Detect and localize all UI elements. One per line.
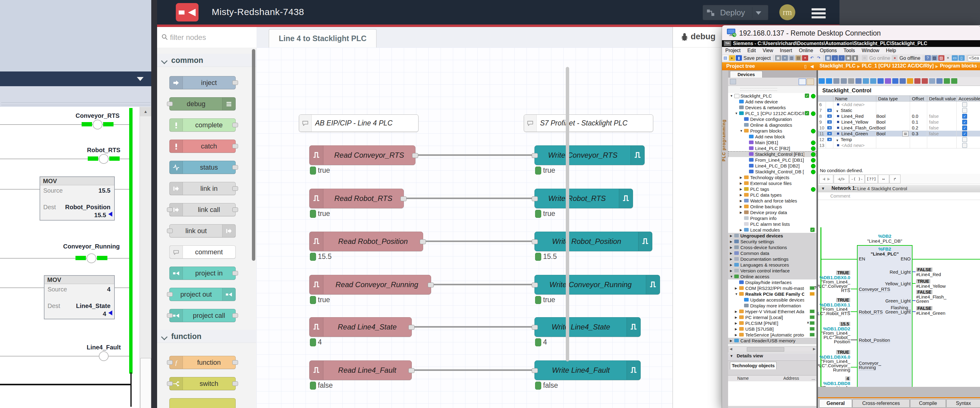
- write-node[interactable]: Write Robot_Position: [535, 232, 652, 251]
- editor-toolbar-icon[interactable]: [929, 78, 935, 84]
- write-node[interactable]: Write Line4_State: [535, 317, 641, 337]
- editor-toolbar-icon[interactable]: [936, 78, 943, 84]
- input-port[interactable]: [167, 381, 173, 386]
- tree-item[interactable]: ▶Online backups: [728, 204, 816, 210]
- menu-online[interactable]: Online: [799, 48, 813, 53]
- palette-node-link-call[interactable]: link call: [169, 203, 235, 216]
- editor-toolbar-icon[interactable]: [914, 78, 921, 84]
- tree-item[interactable]: ▶Documentation settings: [728, 256, 816, 262]
- wire[interactable]: [423, 241, 535, 242]
- output-port[interactable]: [232, 313, 238, 318]
- start-cpu-icon[interactable]: ▣: [845, 55, 851, 61]
- tree-item[interactable]: Line4_PLC_DB [DB2]: [728, 163, 816, 169]
- editor-toolbar-icon[interactable]: [848, 78, 854, 84]
- lad-instruction-button[interactable]: ⊣ ⊢: [819, 175, 833, 183]
- compile-icon[interactable]: ▦: [825, 55, 831, 61]
- editor-toolbar-icon[interactable]: [944, 78, 950, 84]
- read-node[interactable]: Read Line4_Fault: [309, 360, 412, 380]
- write-node[interactable]: Write Conveyor_Running: [535, 275, 660, 294]
- read-node[interactable]: Read Line4_State: [309, 317, 412, 337]
- collapsed-arrow-icon[interactable]: ▶: [735, 287, 737, 290]
- palette-node-link-out[interactable]: link out: [169, 224, 235, 237]
- checkbox[interactable]: [962, 108, 967, 113]
- menu-options[interactable]: Options: [820, 48, 837, 53]
- read-node[interactable]: Read Conveyor_RTS: [309, 145, 415, 165]
- tree-item[interactable]: ▼PLC_1 [CPU 1212C AC/DC/Rly]✓: [728, 110, 816, 117]
- inspector-tab-syntax[interactable]: Syntax: [946, 399, 980, 408]
- editor-toolbar-icon[interactable]: [863, 78, 869, 84]
- network-comment[interactable]: Comment: [818, 192, 980, 200]
- expanded-arrow-icon[interactable]: ▼: [730, 275, 733, 278]
- palette-node-comment[interactable]: comment: [169, 245, 235, 259]
- tree-item[interactable]: ▶Version control interface: [728, 268, 816, 274]
- read-node[interactable]: Read Conveyor_Running: [309, 275, 431, 294]
- ladder-canvas[interactable]: Conveyor_RTSRobot_RTSMOVSource15.5DestRo…: [0, 107, 140, 408]
- tree-item[interactable]: ▼Stacklight_PLC✓: [728, 93, 816, 99]
- tree-item[interactable]: From_Line4_PLC [DB1]: [728, 157, 816, 163]
- rdp-titlebar[interactable]: 192.168.0.137 - Remote Desktop Connectio…: [722, 25, 980, 40]
- download-icon[interactable]: ↓: [832, 55, 838, 61]
- datatype-picker-icon[interactable]: ▤: [902, 131, 908, 137]
- editor-toolbar-icon[interactable]: [841, 78, 847, 84]
- output-port[interactable]: [232, 381, 238, 386]
- input-port[interactable]: [167, 360, 173, 365]
- palette-node-switch[interactable]: switch: [169, 377, 235, 390]
- tree-item[interactable]: ▶Security settings: [728, 239, 816, 245]
- collapsed-arrow-icon[interactable]: ▶: [740, 193, 742, 197]
- input-port[interactable]: [167, 207, 173, 212]
- editor-toolbar-icon[interactable]: [900, 78, 906, 84]
- collapsed-arrow-icon[interactable]: ▶: [730, 263, 732, 267]
- collapsed-arrow-icon[interactable]: ▶: [730, 234, 732, 237]
- palette-node-project-in[interactable]: project in: [169, 267, 235, 280]
- input-port[interactable]: [532, 325, 538, 330]
- inspector-tab-cross-references[interactable]: Cross-references: [852, 399, 910, 408]
- tree-tool-icon[interactable]: [730, 79, 736, 84]
- save-project-button[interactable]: Save project: [743, 56, 771, 61]
- flow-canvas[interactable]: AB EIP/CIP - Line 4 PLCS7 Profinet - Sta…: [256, 48, 673, 408]
- collapsed-arrow-icon[interactable]: ▶: [730, 257, 732, 261]
- palette-node-complete[interactable]: complete: [169, 118, 235, 132]
- window2-icon[interactable]: ▨: [938, 55, 944, 61]
- table-row[interactable]: 8◂Line4_RedBool0.0false✓: [818, 113, 980, 119]
- lad-instruction-button[interactable]: -( )-: [849, 175, 865, 183]
- scrollbar-thumb[interactable]: [747, 347, 784, 352]
- table-row[interactable]: 9◂Line4_YellowBool0.1false✓: [818, 119, 980, 125]
- tree-item[interactable]: Line4_PLC [FB2]: [728, 145, 816, 152]
- tree-item[interactable]: ▶External source files: [728, 180, 816, 187]
- output-port[interactable]: [232, 360, 238, 365]
- lad-instruction-button[interactable]: [??]: [865, 175, 878, 183]
- tree-item[interactable]: Online & diagnostics: [728, 122, 816, 128]
- tree-item[interactable]: ▶Ungrouped devices: [728, 233, 816, 239]
- save-icon[interactable]: ▮: [736, 55, 742, 61]
- network-header[interactable]: ▼ Network 1: Line 4 Stacklight Control: [818, 185, 980, 193]
- go-online-plug-icon[interactable]: ○: [862, 55, 868, 61]
- checkbox[interactable]: ✓: [962, 114, 967, 119]
- breadcrumb-item[interactable]: Stacklight_PLC: [819, 63, 856, 68]
- print-icon[interactable]: ▣: [775, 55, 781, 61]
- input-port[interactable]: [532, 239, 538, 244]
- collapse-pane-icon[interactable]: ◀: [810, 64, 814, 69]
- output-port[interactable]: [412, 153, 418, 158]
- window1-icon[interactable]: ▨: [932, 55, 938, 61]
- tree-item[interactable]: Display/hide interfaces: [728, 279, 816, 286]
- tree-item[interactable]: Stacklight_Control [FB1]: [728, 151, 816, 157]
- tree-item[interactable]: ▶COM [RS232/PPI multi-master c...?: [728, 285, 816, 291]
- editor-toolbar-icon[interactable]: [885, 78, 891, 84]
- editor-toolbar-icon[interactable]: [826, 78, 832, 84]
- output-port[interactable]: [232, 207, 238, 212]
- table-row[interactable]: 13<Add new>: [818, 142, 980, 148]
- table-row[interactable]: 10◂Line4_Flash_GreenBool0.2false✓: [818, 125, 980, 131]
- palette-node-function[interactable]: ffunction: [169, 356, 235, 369]
- tree-item[interactable]: ▼Realtek PCIe GBE Family Con...: [728, 291, 816, 297]
- output-coil[interactable]: [93, 120, 102, 129]
- output-port[interactable]: [428, 283, 434, 287]
- close-editor-icon[interactable]: ×: [945, 55, 951, 61]
- palette-node-link-in[interactable]: link in: [169, 182, 235, 195]
- collapsed-arrow-icon[interactable]: ▶: [735, 333, 737, 337]
- tree-item[interactable]: ▶TeleService [Automatic protoco...: [728, 332, 816, 338]
- tree-item[interactable]: Stacklight_Control_DB [...: [728, 169, 816, 175]
- deploy-options-caret-icon[interactable]: [756, 11, 761, 15]
- tree-item[interactable]: ▶PLCSIM [PN/IE]×: [728, 320, 816, 326]
- write-node[interactable]: Write Conveyor_RTS: [535, 145, 644, 165]
- editor-toolbar-icon[interactable]: [907, 78, 913, 84]
